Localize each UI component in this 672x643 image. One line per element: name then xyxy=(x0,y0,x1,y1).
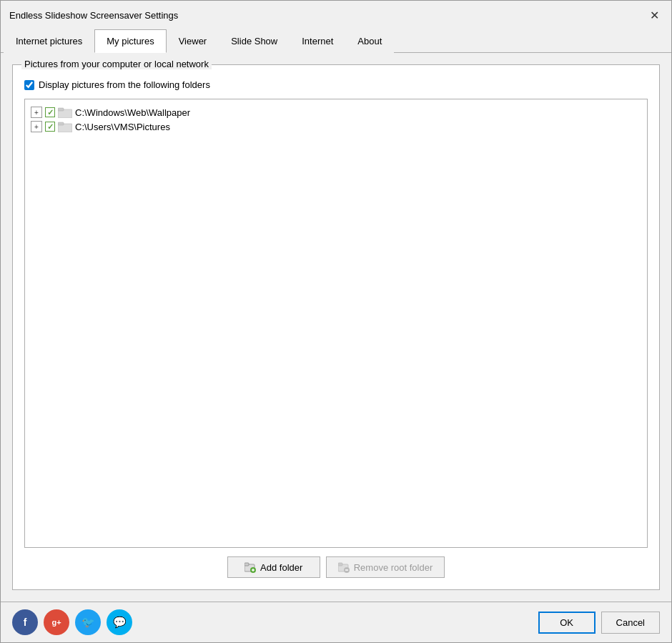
window-title: Endless Slideshow Screensaver Settings xyxy=(9,10,178,21)
skype-icon[interactable]: 💬 xyxy=(107,609,132,635)
display-checkbox[interactable] xyxy=(24,80,34,90)
folder-path-2: C:\Users\VMS\Pictures xyxy=(75,122,170,132)
content-area: Pictures from your computer or local net… xyxy=(1,53,671,602)
close-button[interactable]: ✕ xyxy=(646,6,663,24)
twitter-label: 🐦 xyxy=(81,616,95,629)
remove-folder-icon xyxy=(338,561,350,573)
group-box-legend: Pictures from your computer or local net… xyxy=(21,59,212,69)
svg-rect-10 xyxy=(338,563,342,566)
group-box: Pictures from your computer or local net… xyxy=(12,64,660,590)
folder-buttons-row: Add folder Remove root folder xyxy=(24,556,648,578)
tab-internet-pictures[interactable]: Internet pictures xyxy=(4,29,94,53)
dialog-buttons: OK Cancel xyxy=(538,612,660,634)
add-folder-icon xyxy=(244,561,256,573)
svg-rect-8 xyxy=(252,569,253,571)
svg-rect-12 xyxy=(345,569,348,570)
remove-root-folder-label: Remove root folder xyxy=(354,562,433,573)
list-item[interactable]: + C:\Windows\Web\Wallpaper xyxy=(28,105,644,119)
tree-checkbox-1[interactable] xyxy=(45,107,55,117)
folder-path-1: C:\Windows\Web\Wallpaper xyxy=(75,107,190,118)
tab-my-pictures[interactable]: My pictures xyxy=(94,29,166,53)
tree-checkbox-2[interactable] xyxy=(45,122,55,132)
facebook-label: f xyxy=(24,617,27,628)
tab-viewer[interactable]: Viewer xyxy=(167,29,219,53)
facebook-icon[interactable]: f xyxy=(12,609,38,635)
bottom-bar: f g+ 🐦 💬 OK Cancel xyxy=(1,602,671,642)
twitter-icon[interactable]: 🐦 xyxy=(75,609,101,635)
cancel-button[interactable]: Cancel xyxy=(601,612,660,634)
folder-tree: + C:\Windows\Web\Wallpaper + xyxy=(24,99,648,548)
svg-rect-1 xyxy=(58,108,64,111)
folder-icon-2 xyxy=(58,121,72,132)
svg-rect-5 xyxy=(244,563,249,566)
add-folder-label: Add folder xyxy=(260,562,302,573)
google-plus-icon[interactable]: g+ xyxy=(44,609,69,635)
title-bar: Endless Slideshow Screensaver Settings ✕ xyxy=(1,1,671,29)
main-window: Endless Slideshow Screensaver Settings ✕… xyxy=(0,0,672,643)
add-folder-button[interactable]: Add folder xyxy=(227,556,320,578)
display-checkbox-row: Display pictures from the following fold… xyxy=(24,79,648,90)
display-checkbox-label: Display pictures from the following fold… xyxy=(39,79,210,90)
tabs-bar: Internet pictures My pictures Viewer Sli… xyxy=(1,29,671,53)
folder-icon-1 xyxy=(58,107,72,118)
social-icons: f g+ 🐦 💬 xyxy=(12,609,132,635)
tree-expander-1[interactable]: + xyxy=(31,107,42,118)
google-label: g+ xyxy=(51,618,61,627)
ok-button[interactable]: OK xyxy=(538,612,596,634)
tab-about[interactable]: About xyxy=(345,29,394,53)
tab-slide-show[interactable]: Slide Show xyxy=(219,29,290,53)
tab-internet[interactable]: Internet xyxy=(290,29,345,53)
remove-root-folder-button[interactable]: Remove root folder xyxy=(326,556,445,578)
skype-label: 💬 xyxy=(113,616,127,629)
svg-rect-3 xyxy=(58,122,64,125)
list-item[interactable]: + C:\Users\VMS\Pictures xyxy=(28,119,644,134)
tree-expander-2[interactable]: + xyxy=(31,121,42,132)
